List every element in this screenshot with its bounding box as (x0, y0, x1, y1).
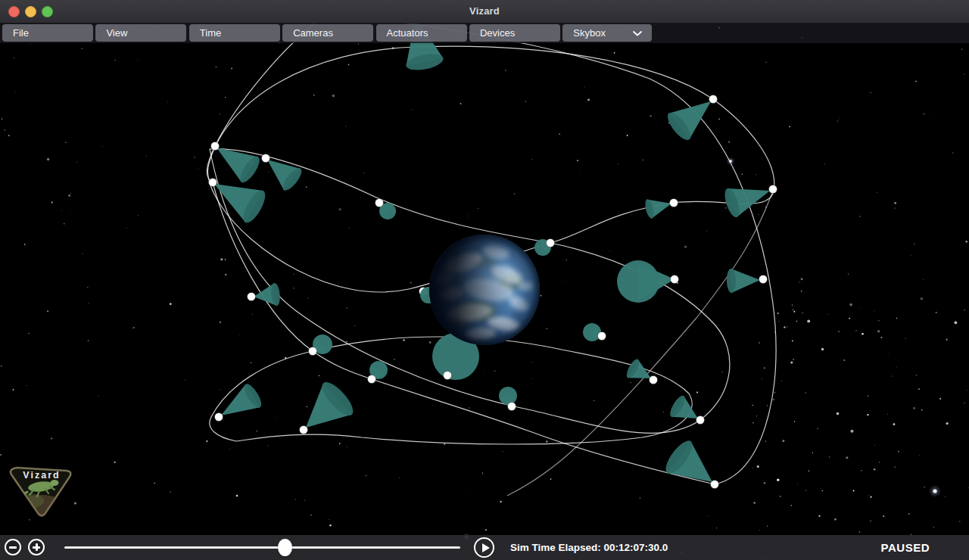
menu-button-label: Actuators (387, 27, 428, 39)
satellite (209, 179, 270, 226)
satellite-dot (300, 426, 308, 434)
play-icon (482, 543, 490, 552)
satellite (643, 198, 678, 219)
satellite (668, 394, 705, 424)
menu-button-label: View (106, 27, 127, 39)
title-bar: Vizard (0, 0, 969, 23)
satellite-dot (670, 199, 678, 207)
logo-text: Vizard (23, 470, 60, 481)
satellite-dot (711, 481, 719, 489)
satellite (262, 154, 305, 194)
satellite-dot (598, 332, 606, 341)
sim-time-label: Sim Time Elapsed: 00:12:07:30.0 (510, 535, 668, 560)
satellite-dot (309, 347, 317, 356)
vizard-window: Vizard Vizard FileViewTimeCamerasActuato… (0, 0, 969, 560)
menu-button-skybox[interactable]: Skybox (562, 24, 652, 42)
satellite (309, 334, 333, 356)
satellite-dot (368, 375, 376, 384)
menu-button-label: Skybox (573, 27, 606, 39)
plus-icon-v (36, 543, 38, 551)
satellite (625, 357, 658, 384)
satellite (499, 387, 517, 411)
satellite-dot (211, 142, 220, 151)
satellite-dot (759, 275, 768, 284)
minus-icon (9, 546, 17, 549)
satellite-dot (262, 154, 270, 163)
satellite-dot (671, 275, 679, 284)
menu-button-actuators[interactable]: Actuators (376, 24, 467, 42)
satellite (726, 269, 767, 293)
orbit-arc-5 (507, 191, 773, 496)
zoom-in-button[interactable] (28, 539, 45, 555)
satellite (664, 95, 718, 144)
satellite (215, 381, 265, 421)
play-button[interactable] (474, 537, 494, 558)
menu-button-view[interactable]: View (95, 24, 186, 42)
window-title: Vizard (0, 0, 969, 23)
menu-button-cameras[interactable]: Cameras (282, 24, 373, 42)
satellite (211, 142, 263, 185)
menu-button-time[interactable]: Time (189, 24, 280, 42)
sensor-footprint-disc (499, 387, 517, 405)
time-slider[interactable] (64, 546, 460, 549)
satellite (583, 323, 606, 341)
satellite (300, 378, 358, 434)
status-paused: PAUSED (881, 535, 930, 560)
earth (429, 235, 540, 345)
satellite (661, 437, 718, 488)
menu-button-label: Time (200, 27, 221, 39)
menu-button-label: Devices (480, 27, 515, 39)
satellite (368, 361, 388, 384)
satellite-dot (215, 413, 223, 422)
chevron-down-icon (633, 31, 642, 36)
satellite-dot (696, 416, 705, 425)
menu-button-devices[interactable]: Devices (469, 24, 560, 42)
satellite-dot (709, 95, 718, 104)
satellite-dot (248, 293, 256, 301)
satellite-dot (444, 372, 452, 380)
time-slider-thumb[interactable] (278, 539, 292, 556)
satellite-dot (508, 403, 516, 411)
satellite-dot (547, 239, 555, 247)
satellite-dot (650, 376, 658, 384)
timeline-bar: Sim Time Elapsed: 00:12:07:30.0 PAUSED (0, 535, 969, 560)
satellite (248, 282, 282, 306)
viewport-3d[interactable] (0, 0, 969, 560)
menu-bar: FileViewTimeCamerasActuatorsDevicesSkybo… (0, 23, 969, 43)
vizard-logo: Vizard (2, 453, 86, 528)
menu-button-label: Cameras (293, 27, 333, 39)
zoom-out-button[interactable] (5, 539, 21, 555)
sensor-footprint-disc (617, 260, 659, 303)
menu-button-label: File (13, 27, 29, 39)
satellite (617, 260, 679, 303)
satellite-dot (769, 185, 777, 194)
satellite-dot (375, 199, 384, 207)
satellite (534, 239, 555, 257)
satellite-dot (209, 179, 217, 187)
menu-button-file[interactable]: File (2, 24, 93, 42)
